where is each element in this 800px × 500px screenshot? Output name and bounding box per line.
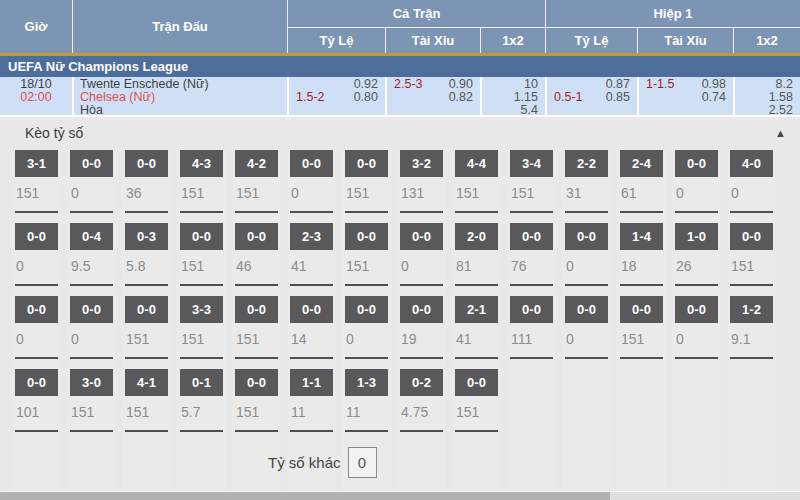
score-odds: 151 — [456, 404, 501, 420]
cell-underline — [345, 284, 388, 286]
score-cell[interactable]: 0-076 — [507, 222, 556, 295]
score-cell[interactable]: 0-00 — [12, 222, 61, 295]
score-cell[interactable]: 0-00 — [12, 295, 61, 368]
score-cell[interactable]: 0-0151 — [232, 295, 281, 368]
score-box: 1-4 — [620, 223, 663, 250]
score-cell[interactable]: 3-4151 — [507, 149, 556, 222]
score-cell[interactable]: 0-00 — [562, 295, 611, 368]
score-cell[interactable]: 3-0151 — [67, 368, 116, 441]
full-under-odds[interactable]: 0.82 — [449, 91, 473, 104]
full-handicap-cell[interactable]: 0.92 1.5-20.80 — [287, 77, 385, 117]
score-cell[interactable]: 1-29.1 — [727, 295, 776, 368]
cell-underline — [180, 284, 223, 286]
collapse-icon[interactable]: ▲ — [775, 127, 786, 139]
cell-underline — [345, 211, 388, 213]
score-cell[interactable]: 0-00 — [67, 295, 116, 368]
score-cell[interactable]: 4-00 — [727, 149, 776, 222]
half-1x2-cell[interactable]: 8.2 1.58 2.52 — [733, 77, 800, 117]
cell-underline — [235, 430, 278, 432]
score-odds: 26 — [676, 258, 721, 274]
score-cell[interactable]: 3-2131 — [397, 149, 446, 222]
score-cell[interactable]: 3-1151 — [12, 149, 61, 222]
score-cell[interactable]: 0-036 — [122, 149, 171, 222]
score-cell[interactable]: 0-00 — [342, 295, 391, 368]
score-cell[interactable]: 4-3151 — [177, 149, 226, 222]
score-cell[interactable]: 4-4151 — [452, 149, 501, 222]
score-box: 0-0 — [565, 223, 608, 250]
score-odds: 151 — [71, 404, 116, 420]
score-cell[interactable]: 0-014 — [287, 295, 336, 368]
half-handicap-cell[interactable]: 0.87 0.5-10.85 — [545, 77, 637, 117]
score-box: 0-0 — [235, 296, 278, 323]
score-odds: 111 — [511, 331, 556, 347]
score-cell[interactable]: 0-00 — [397, 222, 446, 295]
score-cell[interactable]: 0-00 — [287, 149, 336, 222]
match-time: 02:00 — [20, 91, 51, 104]
score-cell[interactable]: 0-15.7 — [177, 368, 226, 441]
score-cell[interactable]: 4-2151 — [232, 149, 281, 222]
score-cell[interactable]: 0-00 — [672, 295, 721, 368]
score-odds: 0 — [71, 331, 116, 347]
score-box: 4-1 — [125, 369, 168, 396]
full-overunder-cell[interactable]: 2.5-30.90 0.82 — [385, 77, 480, 117]
score-cell[interactable]: 4-1151 — [122, 368, 171, 441]
cell-underline — [730, 357, 773, 359]
score-cell[interactable]: 2-341 — [287, 222, 336, 295]
half-handicap-odds-away[interactable]: 0.85 — [606, 91, 630, 104]
score-cell[interactable]: 1-111 — [287, 368, 336, 441]
score-cell[interactable]: 1-311 — [342, 368, 391, 441]
score-odds: 76 — [511, 258, 556, 274]
horizontal-scrollbar-thumb[interactable] — [0, 492, 610, 500]
score-cell[interactable]: 1-026 — [672, 222, 721, 295]
score-cell[interactable]: 0-046 — [232, 222, 281, 295]
score-cell[interactable]: 0-00 — [562, 222, 611, 295]
score-cell[interactable]: 0-49.5 — [67, 222, 116, 295]
empty-cell — [122, 441, 171, 489]
score-cell[interactable]: 1-418 — [617, 222, 666, 295]
cell-underline — [565, 211, 608, 213]
score-cell[interactable]: 0-00 — [672, 149, 721, 222]
score-cell[interactable]: 2-081 — [452, 222, 501, 295]
full-1x2-draw[interactable]: 5.4 — [521, 104, 538, 117]
score-odds: 131 — [401, 185, 446, 201]
score-cell[interactable]: 0-0151 — [342, 149, 391, 222]
score-cell[interactable]: 2-231 — [562, 149, 611, 222]
score-cell[interactable]: 2-141 — [452, 295, 501, 368]
score-box: 0-0 — [125, 296, 168, 323]
half-overunder-cell[interactable]: 1-1.50.98 0.74 — [637, 77, 733, 117]
header-col-match: Trận Đấu — [72, 0, 287, 53]
other-score-value-box[interactable]: 0 — [348, 447, 377, 478]
score-odds: 151 — [236, 331, 281, 347]
empty-cell — [617, 368, 666, 441]
score-cell[interactable]: 0-0151 — [122, 295, 171, 368]
score-odds: 151 — [126, 404, 171, 420]
score-cell[interactable]: 0-0101 — [12, 368, 61, 441]
score-cell[interactable]: 0-0151 — [452, 368, 501, 441]
score-box: 4-0 — [730, 150, 773, 177]
cell-underline — [125, 357, 168, 359]
half-under-odds[interactable]: 0.74 — [702, 91, 726, 104]
score-cell[interactable]: 3-3151 — [177, 295, 226, 368]
score-cell[interactable]: 0-0151 — [342, 222, 391, 295]
half-1x2-draw[interactable]: 2.52 — [769, 104, 793, 117]
full-handicap-odds-away[interactable]: 0.80 — [354, 91, 378, 104]
other-score-label: Tỷ số khác — [268, 454, 341, 471]
full-1x2-cell[interactable]: 10 1.15 5.4 — [480, 77, 545, 117]
draw-label: Hòa — [80, 104, 103, 117]
horizontal-scrollbar-track[interactable] — [0, 491, 800, 500]
cell-underline — [400, 211, 443, 213]
score-box: 4-3 — [180, 150, 223, 177]
score-box: 0-0 — [345, 296, 388, 323]
score-cell[interactable]: 2-461 — [617, 149, 666, 222]
score-cell[interactable]: 0-0151 — [617, 295, 666, 368]
score-cell[interactable]: 0-0151 — [727, 222, 776, 295]
score-cell[interactable]: 0-00 — [67, 149, 116, 222]
cell-underline — [235, 211, 278, 213]
score-cell[interactable]: 0-24.75 — [397, 368, 446, 441]
score-cell[interactable]: 0-0111 — [507, 295, 556, 368]
score-cell[interactable]: 0-0151 — [177, 222, 226, 295]
score-cell[interactable]: 0-35.8 — [122, 222, 171, 295]
score-box: 2-0 — [455, 223, 498, 250]
score-cell[interactable]: 0-019 — [397, 295, 446, 368]
score-cell[interactable]: 0-0151 — [232, 368, 281, 441]
